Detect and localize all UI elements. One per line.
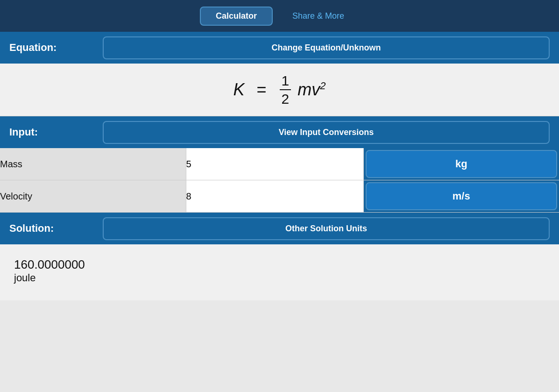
fraction-denominator: 2 xyxy=(280,90,291,107)
row-label-1: Velocity xyxy=(0,180,186,213)
formula-lhs: K xyxy=(234,80,245,100)
formula-display: K = 1 2 mv2 xyxy=(0,64,559,116)
row-value-0[interactable] xyxy=(186,148,363,180)
change-equation-button[interactable]: Change Equation/Unknown xyxy=(103,36,550,59)
row-value-1[interactable] xyxy=(186,180,363,213)
top-navigation: Calculator Share & More xyxy=(0,0,559,32)
input-table: Mass kg Velocity m/s xyxy=(0,148,559,213)
equation-label: Equation: xyxy=(9,42,93,54)
equation-row: Equation: Change Equation/Unknown xyxy=(0,32,559,64)
formula-exp: 2 xyxy=(320,80,325,92)
row-unit-1[interactable]: m/s xyxy=(363,180,559,213)
unit-button-0[interactable]: kg xyxy=(366,150,558,178)
formula-m: m xyxy=(297,80,311,99)
solution-row: Solution: Other Solution Units xyxy=(0,213,559,244)
view-input-conversions-button[interactable]: View Input Conversions xyxy=(103,121,550,144)
formula-equals: = xyxy=(252,80,271,100)
solution-result-area: 160.0000000 joule xyxy=(0,244,559,300)
unit-button-1[interactable]: m/s xyxy=(366,182,558,210)
row-unit-0[interactable]: kg xyxy=(363,148,559,180)
formula-v: v xyxy=(311,80,320,99)
formula-mv: mv2 xyxy=(297,80,325,100)
calculator-tab[interactable]: Calculator xyxy=(200,7,273,26)
solution-label: Solution: xyxy=(9,222,93,235)
formula-text: K = 1 2 mv2 xyxy=(234,73,326,107)
fraction-numerator: 1 xyxy=(280,73,291,90)
table-row: Mass kg xyxy=(0,148,559,180)
table-row: Velocity m/s xyxy=(0,180,559,213)
row-label-0: Mass xyxy=(0,148,186,180)
solution-unit: joule xyxy=(14,272,545,284)
solution-value: 160.0000000 xyxy=(14,257,545,272)
other-solution-units-button[interactable]: Other Solution Units xyxy=(103,217,550,240)
input-label: Input: xyxy=(9,126,93,138)
formula-fraction: 1 2 xyxy=(280,73,291,107)
share-tab[interactable]: Share & More xyxy=(277,7,359,25)
input-row: Input: View Input Conversions xyxy=(0,116,559,148)
